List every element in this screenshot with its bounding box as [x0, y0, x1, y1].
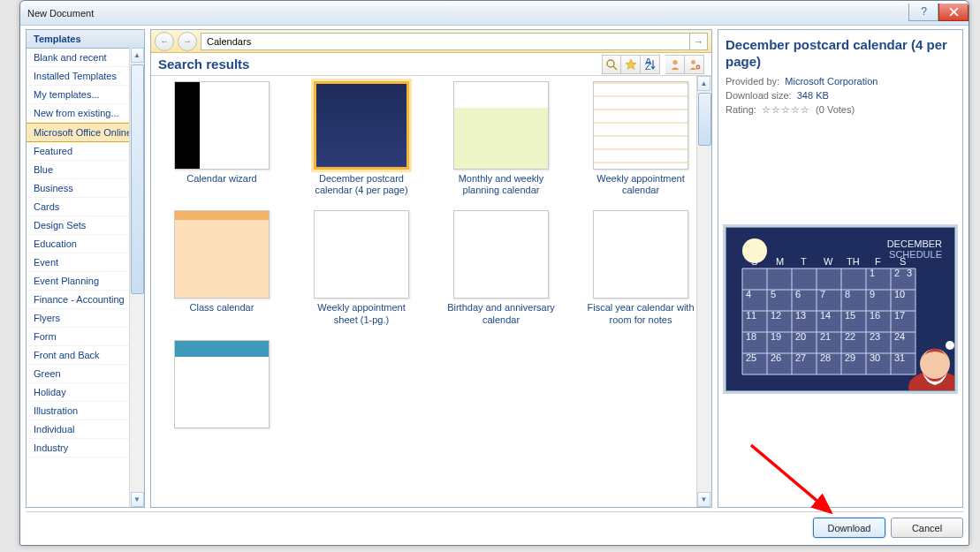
go-button[interactable]: →: [689, 34, 707, 49]
sidebar-item-front-and-back[interactable]: Front and Back: [27, 346, 144, 365]
user-add-icon[interactable]: [685, 55, 704, 74]
svg-text:19: 19: [771, 331, 781, 342]
user-icon[interactable]: [665, 55, 685, 74]
sidebar-item-design-sets[interactable]: Design Sets: [27, 216, 144, 235]
template-card[interactable]: Weekly appointment calendar: [584, 81, 697, 196]
svg-text:31: 31: [894, 352, 905, 363]
search-icon[interactable]: [602, 55, 621, 74]
scroll-up-icon[interactable]: ▲: [697, 76, 710, 91]
preview-thumbnail: DECEMBER SCHEDULE: [726, 227, 955, 391]
template-card[interactable]: Class calendar: [165, 210, 278, 325]
cancel-button[interactable]: Cancel: [891, 518, 963, 538]
template-caption: Weekly appointment calendar: [584, 173, 697, 196]
sidebar-scrollbar[interactable]: ▲ ▼: [129, 48, 144, 507]
svg-text:DECEMBER: DECEMBER: [887, 238, 942, 249]
svg-point-66: [920, 349, 950, 379]
sidebar-item-blue[interactable]: Blue: [27, 161, 144, 179]
nav-back-button[interactable]: ←: [155, 32, 174, 51]
svg-text:1: 1: [870, 268, 875, 278]
sidebar-header: Templates: [27, 30, 144, 49]
results-grid: Calendar wizardDecember postcard calenda…: [151, 76, 711, 507]
sidebar-item-green[interactable]: Green: [27, 365, 144, 383]
svg-text:21: 21: [820, 331, 831, 342]
results-scrollbar[interactable]: ▲ ▼: [696, 76, 711, 507]
sidebar-item-individual[interactable]: Individual: [27, 420, 144, 439]
results-header: Search results AZ: [151, 53, 711, 76]
sidebar-item-flyers[interactable]: Flyers: [27, 309, 144, 328]
favorite-icon[interactable]: [621, 55, 641, 74]
template-thumbnail: [593, 210, 688, 299]
preview-panel: December postcard calendar (4 per page) …: [718, 29, 963, 508]
svg-text:7: 7: [820, 289, 825, 299]
sidebar-item-blank-and-recent[interactable]: Blank and recent: [27, 49, 144, 67]
scroll-thumb[interactable]: [698, 93, 711, 146]
svg-text:6: 6: [795, 289, 801, 299]
template-caption: Calendar wizard: [165, 173, 278, 185]
sidebar-item-microsoft-office-online[interactable]: Microsoft Office Online: [27, 123, 144, 142]
sidebar-item-industry[interactable]: Industry: [27, 439, 144, 457]
template-card[interactable]: Calendar wizard: [165, 81, 278, 196]
templates-sidebar: Templates Blank and recentInstalled Temp…: [26, 29, 145, 508]
results-panel: ← → Calendars → Search results AZ Cale: [150, 29, 712, 508]
sort-icon[interactable]: AZ: [641, 55, 660, 74]
template-card[interactable]: December postcard calendar (4 per page): [305, 81, 418, 196]
sidebar-item-my-templates-[interactable]: My templates...: [27, 86, 144, 104]
template-card[interactable]: Weekly appointment sheet (1-pg.): [305, 210, 418, 325]
sidebar-item-new-from-existing-[interactable]: New from existing...: [27, 104, 144, 123]
svg-text:F: F: [875, 256, 881, 267]
help-button[interactable]: ?: [908, 4, 938, 21]
sidebar-item-education[interactable]: Education: [27, 235, 144, 253]
provider-link[interactable]: Microsoft Corporation: [785, 76, 877, 87]
template-caption: December postcard calendar (4 per page): [305, 173, 418, 196]
sidebar-item-cards[interactable]: Cards: [27, 198, 144, 216]
scroll-down-icon[interactable]: ▼: [131, 492, 144, 507]
template-card[interactable]: Fiscal year calendar with room for notes: [584, 210, 697, 325]
svg-text:25: 25: [746, 352, 756, 363]
address-field[interactable]: Calendars →: [201, 33, 708, 50]
template-thumbnail: [453, 210, 549, 299]
sidebar-item-illustration[interactable]: Illustration: [27, 402, 144, 420]
svg-text:S: S: [900, 256, 906, 267]
template-card[interactable]: [165, 340, 278, 432]
star-icon[interactable]: ☆☆☆☆☆: [762, 104, 810, 115]
sidebar-item-form[interactable]: Form: [27, 328, 144, 346]
sidebar-item-holiday[interactable]: Holiday: [27, 383, 144, 402]
nav-forward-button[interactable]: →: [178, 32, 197, 51]
svg-text:M: M: [776, 256, 784, 267]
preview-area: DECEMBER SCHEDULE: [726, 119, 955, 501]
template-card[interactable]: Monthly and weekly planning calendar: [444, 81, 558, 196]
scroll-thumb[interactable]: [131, 64, 144, 294]
svg-text:T: T: [801, 256, 807, 267]
titlebar[interactable]: New Document ?: [20, 1, 969, 26]
template-caption: Birthday and anniversary calendar: [444, 302, 558, 325]
svg-text:23: 23: [870, 331, 880, 342]
preview-title: December postcard calendar (4 per page): [726, 37, 955, 71]
sidebar-item-business[interactable]: Business: [27, 179, 144, 198]
svg-text:13: 13: [795, 310, 806, 321]
sidebar-item-finance-accounting[interactable]: Finance - Accounting: [27, 291, 144, 309]
svg-text:SCHEDULE: SCHEDULE: [889, 249, 942, 260]
svg-text:W: W: [824, 256, 833, 267]
template-card[interactable]: Birthday and anniversary calendar: [444, 210, 558, 325]
template-caption: Class calendar: [165, 302, 278, 314]
download-button[interactable]: Download: [813, 518, 885, 538]
template-thumbnail: [593, 81, 688, 170]
dialog-footer: Download Cancel: [26, 511, 963, 540]
svg-text:9: 9: [870, 289, 875, 299]
scroll-up-icon[interactable]: ▲: [131, 48, 144, 63]
sidebar-item-event[interactable]: Event: [27, 253, 144, 272]
template-caption: Monthly and weekly planning calendar: [444, 173, 558, 196]
new-document-dialog: New Document ? Templates Blank and recen…: [19, 0, 969, 546]
svg-text:4: 4: [746, 289, 751, 299]
svg-text:24: 24: [894, 331, 905, 342]
address-text: Calendars: [207, 36, 251, 47]
scroll-down-icon[interactable]: ▼: [697, 492, 710, 507]
sidebar-item-featured[interactable]: Featured: [27, 142, 144, 161]
close-button[interactable]: [938, 4, 969, 21]
download-size: 348 KB: [797, 90, 829, 101]
provided-by-row: Provided by: Microsoft Corporation: [726, 76, 955, 87]
sidebar-item-installed-templates[interactable]: Installed Templates: [27, 67, 144, 86]
sidebar-item-event-planning[interactable]: Event Planning: [27, 272, 144, 291]
svg-text:22: 22: [845, 331, 855, 342]
sidebar-list: Blank and recentInstalled TemplatesMy te…: [27, 49, 144, 507]
